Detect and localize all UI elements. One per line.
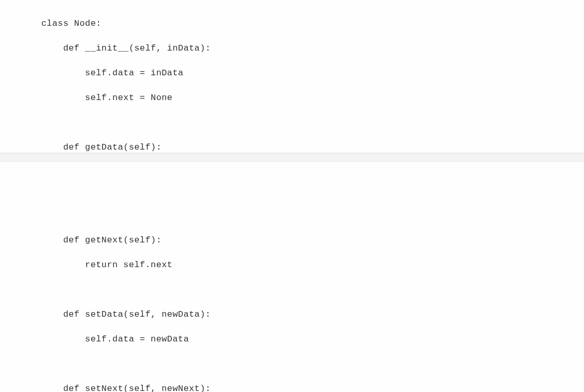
document-page-1: class Node: def __init__(self, inData): … — [0, 0, 584, 153]
code-line — [41, 358, 584, 370]
code-block-2: def getNext(self): return self.next def … — [0, 162, 584, 392]
code-line: def setNext(self, newNext): — [41, 383, 584, 392]
code-line: def __init__(self, inData): — [41, 42, 584, 55]
code-line: def setData(self, newData): — [41, 308, 584, 321]
code-line — [41, 117, 584, 129]
code-line: self.data = newData — [41, 333, 584, 346]
code-line: self.data = inData — [41, 67, 584, 79]
code-line: def getData(self): — [41, 141, 584, 154]
code-line: self.next = None — [41, 92, 584, 104]
code-line: return self.next — [41, 259, 584, 271]
code-line: class Node: — [41, 18, 584, 30]
code-line — [41, 284, 584, 296]
code-line: def getNext(self): — [41, 234, 584, 247]
document-page-2: def getNext(self): return self.next def … — [0, 162, 584, 392]
